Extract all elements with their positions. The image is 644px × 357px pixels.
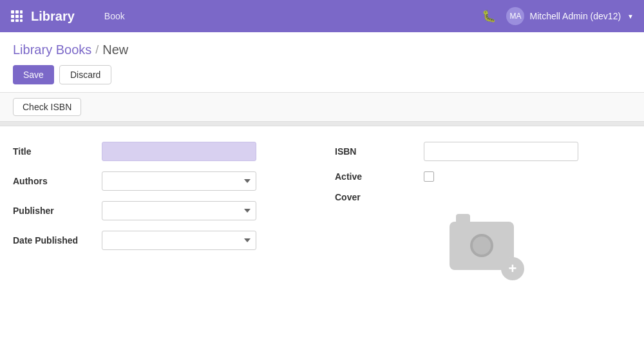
svg-rect-5	[20, 15, 23, 18]
form-area: Title Authors Publisher Date Published	[0, 126, 644, 309]
apps-icon[interactable]	[10, 10, 23, 23]
cover-placeholder[interactable]: +	[424, 197, 540, 294]
svg-rect-6	[11, 19, 14, 22]
publisher-row: Publisher	[13, 201, 309, 220]
svg-rect-3	[11, 15, 14, 18]
authors-select[interactable]	[102, 171, 256, 191]
svg-rect-2	[20, 10, 23, 14]
breadcrumb-current: New	[102, 43, 128, 57]
form-left-col: Title Authors Publisher Date Published	[13, 142, 309, 294]
toolbar-area: Check ISBN	[0, 92, 644, 121]
authors-row: Authors	[13, 171, 309, 191]
cover-row: Cover +	[335, 192, 631, 294]
publisher-label: Publisher	[13, 206, 97, 216]
user-name: Mitchell Admin (dev12)	[529, 11, 621, 21]
breadcrumb: Library Books / New	[0, 32, 644, 63]
chevron-down-icon: ▼	[627, 13, 634, 20]
title-label: Title	[13, 146, 97, 157]
topnav-right: 🐛 MA Mitchell Admin (dev12) ▼	[482, 7, 634, 25]
date-published-select[interactable]	[102, 231, 256, 250]
section-separator	[0, 121, 644, 126]
isbn-label: ISBN	[335, 146, 419, 157]
isbn-input[interactable]	[424, 142, 578, 161]
form-right-col: ISBN Active Cover +	[335, 142, 631, 294]
add-cover-icon: +	[501, 257, 524, 280]
breadcrumb-library-books[interactable]: Library Books	[13, 43, 91, 57]
svg-rect-7	[15, 19, 19, 22]
date-published-label: Date Published	[13, 235, 97, 246]
title-row: Title	[13, 142, 309, 161]
action-bar: Save Discard	[0, 63, 644, 92]
svg-rect-1	[15, 10, 19, 14]
topnav: Library Book 🐛 MA Mitchell Admin (dev12)…	[0, 0, 644, 32]
user-menu[interactable]: MA Mitchell Admin (dev12) ▼	[506, 7, 634, 25]
cover-upload-icon: +	[450, 222, 514, 270]
active-row: Active	[335, 171, 631, 182]
discard-button[interactable]: Discard	[59, 65, 111, 84]
svg-rect-4	[15, 15, 19, 18]
svg-rect-8	[20, 19, 23, 22]
avatar: MA	[506, 7, 524, 25]
active-label: Active	[335, 171, 419, 182]
svg-rect-0	[11, 10, 14, 14]
isbn-row: ISBN	[335, 142, 631, 161]
publisher-select[interactable]	[102, 201, 256, 220]
menu-item-book[interactable]: Book	[94, 0, 135, 32]
save-button[interactable]: Save	[13, 65, 54, 84]
title-input[interactable]	[102, 142, 256, 161]
cover-label: Cover	[335, 192, 419, 202]
brand-name: Library	[31, 9, 75, 24]
check-isbn-button[interactable]: Check ISBN	[13, 98, 81, 116]
authors-label: Authors	[13, 176, 97, 186]
active-checkbox[interactable]	[424, 171, 434, 182]
breadcrumb-separator: /	[95, 43, 99, 57]
date-published-row: Date Published	[13, 231, 309, 250]
debug-icon[interactable]: 🐛	[482, 9, 496, 23]
topnav-menu: Book	[94, 0, 135, 32]
